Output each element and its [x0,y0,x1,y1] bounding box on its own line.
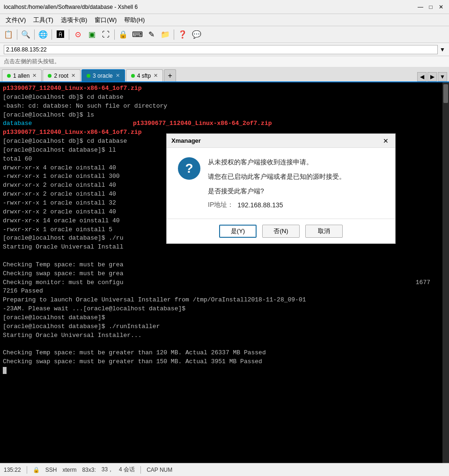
dialog-no-button[interactable]: 否(N) [262,225,300,238]
dialog-overlay: Xmanager ✕ ? 从未授权的客户端接收到连接申请。 请您在已启动此客户端… [0,0,449,476]
dialog-content: 从未授权的客户端接收到连接申请。 请您在已启动此客户端或者是已知的源时接受。 是… [208,157,384,209]
dialog-ip-label: IP地址： [208,201,234,209]
dialog-body: ? 从未授权的客户端接收到连接申请。 请您在已启动此客户端或者是已知的源时接受。… [167,148,395,219]
dialog-titlebar: Xmanager ✕ [167,134,395,148]
dialog-line2: 请您在已启动此客户端或者是已知的源时接受。 [208,172,384,182]
dialog-cancel-button[interactable]: 取消 [305,225,343,238]
dialog-title: Xmanager [171,137,381,144]
dialog-yes-button[interactable]: 是(Y) [219,225,257,238]
dialog-close-button[interactable]: ✕ [381,136,390,146]
dialog-ip-row: IP地址： 192.168.88.135 [208,201,384,209]
dialog-question-icon: ? [178,157,200,180]
dialog-line3: 是否接受此客户端? [208,186,384,196]
dialog-ip-value: 192.168.88.135 [237,201,283,209]
dialog-line1: 从未授权的客户端接收到连接申请。 [208,157,384,167]
dialog-footer: 是(Y) 否(N) 取消 [167,219,395,243]
xmanager-dialog: Xmanager ✕ ? 从未授权的客户端接收到连接申请。 请您在已启动此客户端… [166,133,396,244]
